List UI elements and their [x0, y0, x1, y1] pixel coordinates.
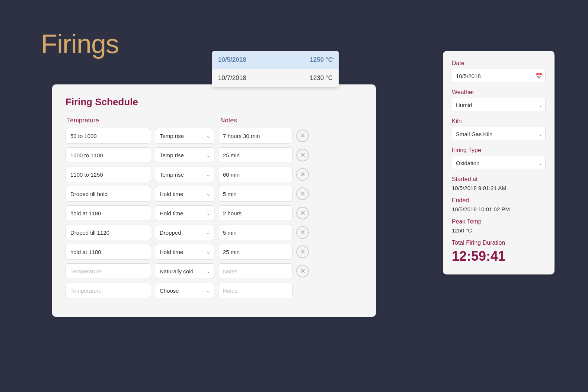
schedule-row-8: Temp riseHold timeDroppedNaturally coldC…	[65, 283, 362, 298]
remove-btn-0[interactable]: ✕	[296, 129, 309, 142]
type-select-wrapper-3: Temp riseHold timeDroppedNaturally coldC…	[155, 186, 214, 202]
type-select-8[interactable]: Temp riseHold timeDroppedNaturally coldC…	[155, 283, 214, 298]
type-select-7[interactable]: Temp riseHold timeDroppedNaturally coldC…	[155, 263, 214, 279]
temp-input-3[interactable]	[65, 186, 151, 202]
ended-label: Ended	[452, 197, 546, 204]
temp-input-6[interactable]	[65, 244, 151, 260]
weather-label: Weather	[452, 89, 546, 96]
schedule-row-5: Temp riseHold timeDroppedNaturally coldC…	[65, 225, 362, 240]
columns-header: Temprature Notes	[65, 117, 362, 124]
page-title: Firings	[41, 29, 119, 59]
peak-temp-value: 1250 °C	[452, 227, 546, 234]
temp-input-8[interactable]	[65, 283, 151, 298]
weather-select-wrapper: HumidDryClearRainy ⌄	[452, 98, 546, 112]
temp-input-1[interactable]	[65, 147, 151, 163]
schedule-row-1: Temp riseHold timeDroppedNaturally coldC…	[65, 147, 362, 163]
notes-input-0[interactable]	[218, 128, 293, 144]
type-select-wrapper-5: Temp riseHold timeDroppedNaturally coldC…	[155, 225, 214, 240]
notes-input-2[interactable]	[218, 167, 293, 182]
col-notes-header: Notes	[220, 117, 237, 124]
type-select-wrapper-6: Temp riseHold timeDroppedNaturally coldC…	[155, 244, 214, 260]
notes-input-1[interactable]	[218, 147, 293, 163]
notes-input-8[interactable]	[218, 283, 293, 298]
notes-input-5[interactable]	[218, 225, 293, 240]
schedule-row-3: Temp riseHold timeDroppedNaturally coldC…	[65, 186, 362, 202]
type-select-wrapper-8: Temp riseHold timeDroppedNaturally coldC…	[155, 283, 214, 298]
notes-input-6[interactable]	[218, 244, 293, 260]
type-select-0[interactable]: Temp riseHold timeDroppedNaturally coldC…	[155, 128, 214, 144]
firings-list: 10/5/2018 1250 °C ⌃ 10/7/2018 1230 °C	[212, 51, 339, 87]
schedule-row-4: Temp riseHold timeDroppedNaturally coldC…	[65, 205, 362, 221]
firing-temp-2: 1230 °C	[310, 74, 333, 82]
total-duration-label: Total Firing Duration	[452, 240, 546, 246]
type-select-1[interactable]: Temp riseHold timeDroppedNaturally coldC…	[155, 147, 214, 163]
started-at-value: 10/5/2018 9:01:21 AM	[452, 185, 546, 191]
firing-temp-1: 1250 °C	[310, 56, 333, 64]
weather-select[interactable]: HumidDryClearRainy	[452, 98, 546, 112]
schedule-row-0: Temp riseHold timeDroppedNaturally coldC…	[65, 128, 362, 144]
kiln-label: Kiln	[452, 118, 546, 125]
firing-type-select[interactable]: OxidationReductionNeutral	[452, 156, 546, 170]
type-select-2[interactable]: Temp riseHold timeDroppedNaturally coldC…	[155, 167, 214, 182]
type-select-4[interactable]: Temp riseHold timeDroppedNaturally coldC…	[155, 205, 214, 221]
date-field-wrapper: 📅	[452, 69, 546, 83]
notes-input-7[interactable]	[218, 263, 293, 279]
remove-btn-3[interactable]: ✕	[296, 187, 309, 200]
remove-btn-6[interactable]: ✕	[296, 245, 309, 258]
date-field[interactable]	[452, 69, 546, 83]
schedule-title: Firing Schedule	[65, 96, 362, 108]
type-select-wrapper-7: Temp riseHold timeDroppedNaturally coldC…	[155, 263, 214, 279]
type-select-wrapper-0: Temp riseHold timeDroppedNaturally coldC…	[155, 128, 214, 144]
col-temp-header: Temprature	[67, 117, 153, 124]
temp-input-2[interactable]	[65, 167, 151, 182]
firing-type-select-wrapper: OxidationReductionNeutral ⌄	[452, 156, 546, 170]
schedule-row-2: Temp riseHold timeDroppedNaturally coldC…	[65, 167, 362, 182]
remove-btn-1[interactable]: ✕	[296, 149, 309, 161]
firing-list-item-2[interactable]: 10/7/2018 1230 °C	[212, 69, 339, 87]
temp-input-0[interactable]	[65, 128, 151, 144]
scroll-up-icon[interactable]: ⌃	[330, 56, 336, 64]
type-select-3[interactable]: Temp riseHold timeDroppedNaturally coldC…	[155, 186, 214, 202]
type-select-wrapper-1: Temp riseHold timeDroppedNaturally coldC…	[155, 147, 214, 163]
date-label: Date	[452, 60, 546, 67]
type-select-wrapper-2: Temp riseHold timeDroppedNaturally coldC…	[155, 167, 214, 182]
firing-type-label: Firing Type	[452, 147, 546, 154]
temp-input-7[interactable]	[65, 263, 151, 279]
type-select-5[interactable]: Temp riseHold timeDroppedNaturally coldC…	[155, 225, 214, 240]
firing-list-item-1[interactable]: 10/5/2018 1250 °C ⌃	[212, 51, 339, 69]
remove-btn-2[interactable]: ✕	[296, 168, 309, 181]
remove-btn-7[interactable]: ✕	[296, 265, 309, 277]
temp-input-4[interactable]	[65, 205, 151, 221]
peak-temp-label: Peak Temp	[452, 218, 546, 225]
kiln-select[interactable]: Small Gas KilnLarge Gas KilnElectric Kil…	[452, 127, 546, 141]
ended-value: 10/5/2018 10:01:02 PM	[452, 206, 546, 212]
schedule-row-6: Temp riseHold timeDroppedNaturally coldC…	[65, 244, 362, 260]
firing-date-1: 10/5/2018	[218, 56, 310, 64]
schedule-row-7: Temp riseHold timeDroppedNaturally coldC…	[65, 263, 362, 279]
type-select-6[interactable]: Temp riseHold timeDroppedNaturally coldC…	[155, 244, 214, 260]
details-panel: Date 📅 Weather HumidDryClearRainy ⌄ Kiln…	[443, 51, 555, 274]
notes-input-3[interactable]	[218, 186, 293, 202]
firing-schedule-card: Firing Schedule Temprature Notes Temp ri…	[52, 84, 376, 317]
temp-input-5[interactable]	[65, 225, 151, 240]
remove-btn-5[interactable]: ✕	[296, 226, 309, 239]
notes-input-4[interactable]	[218, 205, 293, 221]
type-select-wrapper-4: Temp riseHold timeDroppedNaturally coldC…	[155, 205, 214, 221]
total-duration-value: 12:59:41	[452, 248, 546, 264]
kiln-select-wrapper: Small Gas KilnLarge Gas KilnElectric Kil…	[452, 127, 546, 141]
remove-btn-4[interactable]: ✕	[296, 207, 309, 219]
firing-date-2: 10/7/2018	[218, 74, 310, 82]
started-at-label: Started at	[452, 176, 546, 183]
